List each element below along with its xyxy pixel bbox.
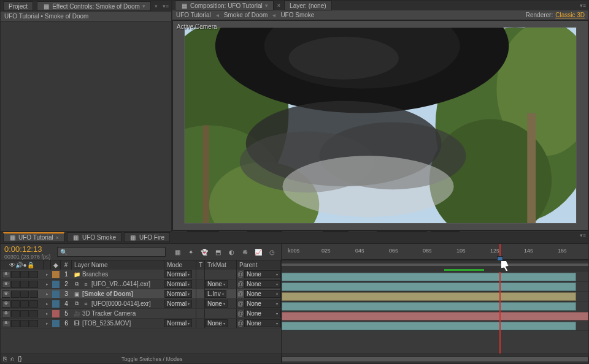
switches-icon[interactable]: ⎌ (10, 355, 14, 362)
layer-tab[interactable]: Layer: (none) (284, 1, 331, 10)
mode-dropdown[interactable]: Normal▾ (164, 319, 192, 327)
eye-toggle[interactable]: 👁 (2, 300, 10, 308)
breadcrumb-item[interactable]: Smoke of Doom (224, 12, 268, 18)
pickwhip-icon[interactable]: @ (237, 281, 244, 287)
tab-dropdown-icon[interactable]: ▾ (142, 3, 145, 9)
eye-toggle[interactable]: 👁 (2, 271, 10, 278)
pickwhip-icon[interactable]: @ (237, 320, 244, 327)
braces-icon[interactable]: {} (18, 355, 22, 362)
layer-row[interactable]: 👁▸1📁BranchesNormal▾@None▾ (1, 270, 281, 279)
eye-toggle[interactable]: 👁 (2, 281, 10, 288)
label-color[interactable] (52, 300, 60, 308)
layer-name[interactable]: ⧉≡[UFO_VR...0414].exr] (72, 281, 164, 288)
audio-toggle[interactable] (11, 290, 20, 298)
label-color[interactable] (52, 310, 60, 317)
track-lane[interactable] (282, 321, 588, 331)
label-color[interactable] (52, 320, 60, 327)
time-ruler[interactable]: k00s 02s 04s 06s 08s 10s 12s 14s 16s (282, 244, 588, 260)
close-tab-icon[interactable]: × (56, 235, 59, 241)
twirl-icon[interactable]: ▸ (44, 321, 51, 326)
twirl-icon[interactable]: ▸ (44, 311, 51, 316)
track-lane[interactable] (282, 311, 588, 321)
twirl-icon[interactable]: ▸ (44, 292, 51, 297)
graph-editor-icon[interactable]: 📈 (253, 246, 264, 257)
layer-bar[interactable] (282, 282, 576, 291)
layer-search-input[interactable]: 🔍 (57, 247, 166, 257)
trkmat-dropdown[interactable]: None▾ (205, 300, 228, 308)
track-lane[interactable] (282, 272, 588, 282)
trkmat-dropdown[interactable]: None▾ (205, 280, 228, 288)
layer-row[interactable]: 👁▸5🎥3D Tracker Camera@None▾ (1, 309, 281, 319)
audio-toggle[interactable] (11, 281, 20, 288)
label-color[interactable] (52, 290, 60, 298)
close-tab-icon[interactable]: × (277, 2, 280, 9)
work-area-bar[interactable] (282, 260, 588, 272)
timeline-tab[interactable]: ▦ UFO Fire (124, 232, 170, 242)
audio-toggle[interactable] (11, 320, 20, 327)
effect-controls-tab[interactable]: ▦ Effect Controls: Smoke of Doom ▾ (37, 1, 151, 11)
breadcrumb-item[interactable]: UFO Tutorial (176, 12, 211, 18)
layer-name[interactable]: ▣[Smoke of Doom] (72, 290, 164, 298)
panel-menu-icon[interactable]: ▾≡ (580, 232, 586, 243)
eye-toggle[interactable]: 👁 (2, 320, 10, 327)
solo-toggle[interactable] (20, 320, 29, 327)
track-lane[interactable] (282, 282, 588, 292)
playhead-indicator[interactable] (497, 256, 503, 261)
trkmat-dropdown[interactable]: None▾ (205, 319, 228, 327)
close-tab-icon[interactable]: × (155, 3, 158, 9)
layer-name[interactable]: 🎞[TOB_5235.MOV] (72, 320, 164, 327)
frame-blend-icon[interactable]: ⬒ (212, 246, 223, 257)
layer-name[interactable]: 🎥3D Tracker Camera (72, 310, 164, 317)
draft-3d-icon[interactable]: ✦ (185, 246, 196, 257)
parent-dropdown[interactable]: None▾ (244, 290, 280, 298)
twirl-icon[interactable]: ▸ (44, 282, 51, 287)
layer-name[interactable]: ⧉≡[UFO[0000-0414].exr] (72, 300, 164, 308)
playhead-line[interactable] (499, 272, 501, 354)
label-color[interactable] (52, 281, 60, 288)
layer-bar[interactable] (282, 312, 588, 320)
toggle-switches-button[interactable]: Toggle Switches / Modes (26, 356, 279, 362)
solo-toggle[interactable] (20, 281, 29, 288)
expand-icon[interactable]: ⎘ (3, 355, 7, 362)
renderer-value[interactable]: Classic 3D (555, 12, 585, 18)
parent-dropdown[interactable]: None▾ (244, 270, 280, 278)
parent-dropdown[interactable]: None▾ (244, 300, 280, 308)
mode-dropdown[interactable]: Normal▾ (164, 290, 192, 298)
solo-toggle[interactable] (20, 310, 29, 317)
lock-toggle[interactable] (29, 310, 38, 317)
mode-dropdown[interactable]: Normal▾ (164, 280, 192, 288)
audio-toggle[interactable] (11, 300, 20, 308)
audio-toggle[interactable] (11, 271, 20, 278)
shy-icon[interactable]: 👻 (199, 246, 210, 257)
comp-mini-flowchart-icon[interactable]: ▦ (172, 246, 183, 257)
twirl-icon[interactable]: ▸ (44, 272, 51, 277)
lock-toggle[interactable] (29, 320, 38, 327)
viewer-canvas[interactable] (184, 27, 577, 224)
mode-dropdown[interactable]: Normal▾ (164, 270, 192, 278)
eye-toggle[interactable]: 👁 (2, 310, 10, 317)
auto-keyframe-icon[interactable]: ◷ (266, 246, 277, 257)
layer-bar[interactable] (282, 302, 576, 311)
twirl-icon[interactable]: ▸ (44, 301, 51, 306)
eye-toggle[interactable]: 👁 (2, 290, 10, 298)
motion-blur-icon[interactable]: ◐ (226, 246, 237, 257)
label-color[interactable] (52, 271, 60, 278)
solo-toggle[interactable] (20, 300, 29, 308)
layer-bar[interactable] (282, 322, 576, 330)
solo-toggle[interactable] (20, 271, 29, 278)
composition-tab[interactable]: ▦ Composition: UFO Tutorial ▾ (175, 1, 274, 10)
pickwhip-icon[interactable]: @ (237, 310, 244, 317)
layer-row[interactable]: 👁▸2⧉≡[UFO_VR...0414].exr]Normal▾None▾@No… (1, 279, 281, 289)
lock-toggle[interactable] (29, 271, 38, 278)
pickwhip-icon[interactable]: @ (237, 300, 244, 307)
pickwhip-icon[interactable]: @ (237, 271, 244, 278)
lock-toggle[interactable] (29, 290, 38, 298)
layer-bar[interactable] (282, 292, 576, 301)
parent-dropdown[interactable]: None▾ (244, 319, 280, 327)
mode-dropdown[interactable]: Normal▾ (164, 300, 192, 308)
audio-toggle[interactable] (11, 310, 20, 317)
tab-dropdown-icon[interactable]: ▾ (265, 2, 268, 9)
timeline-tab[interactable]: ▦ UFO Tutorial × (3, 232, 64, 242)
parent-dropdown[interactable]: None▾ (244, 309, 280, 317)
breadcrumb-item[interactable]: UFO Smoke (280, 12, 314, 18)
